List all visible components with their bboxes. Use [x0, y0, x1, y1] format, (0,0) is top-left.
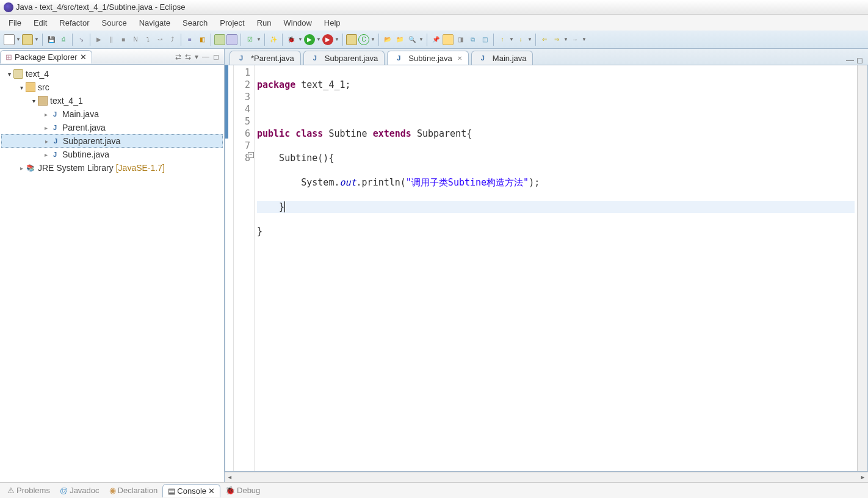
- tree-file-subtine[interactable]: Subtine.java: [1, 148, 223, 161]
- checkbox-icon[interactable]: ☑: [244, 34, 255, 45]
- pin-icon[interactable]: 📌: [430, 34, 441, 45]
- new-menu-icon[interactable]: [22, 34, 33, 45]
- menu-edit[interactable]: Edit: [27, 16, 53, 29]
- menu-window[interactable]: Window: [278, 16, 318, 29]
- new-icon[interactable]: [4, 34, 15, 45]
- editor-body[interactable]: 12345678 package text_4_1; public class …: [225, 65, 868, 472]
- declaration-tab[interactable]: ◉ Declaration: [104, 484, 163, 497]
- menu-file[interactable]: File: [2, 16, 27, 29]
- step-icon[interactable]: ⤵: [142, 34, 153, 45]
- ext-tools-icon[interactable]: ▶: [322, 34, 333, 45]
- menu-source[interactable]: Source: [96, 16, 133, 29]
- tree-package[interactable]: text_4_1: [1, 94, 223, 107]
- expand-icon[interactable]: [42, 111, 50, 118]
- toggle-icon[interactable]: ◧: [197, 34, 208, 45]
- link-icon[interactable]: ⇆: [185, 52, 191, 61]
- tree-jre[interactable]: 📚 JRE System Library [JavaSE-1.7]: [1, 161, 223, 175]
- menu-help[interactable]: Help: [318, 16, 347, 29]
- dropdown-icon[interactable]: ▼: [527, 37, 532, 42]
- console-tab[interactable]: ▤ Console ✕: [162, 484, 220, 497]
- dropdown-icon[interactable]: ▼: [256, 37, 261, 42]
- outline-icon[interactable]: ≡: [184, 34, 195, 45]
- minimize-icon[interactable]: ―: [202, 52, 209, 61]
- code-area[interactable]: package text_4_1; public class Subtine e…: [255, 65, 857, 471]
- javadoc-tab[interactable]: @ Javadoc: [55, 484, 104, 497]
- new-pkg-icon[interactable]: [346, 34, 357, 45]
- tree-file-subparent[interactable]: Subparent.java: [1, 134, 223, 148]
- dropdown-icon[interactable]: ▼: [563, 37, 568, 42]
- props-icon[interactable]: ◫: [479, 34, 490, 45]
- expand-icon[interactable]: [17, 165, 26, 171]
- editor-tab-subparent[interactable]: Subparent.java: [303, 51, 385, 65]
- dropdown-icon[interactable]: ▼: [582, 37, 587, 42]
- back-icon[interactable]: ⇐: [539, 34, 550, 45]
- resume-icon[interactable]: ▶: [93, 34, 104, 45]
- menu-project[interactable]: Project: [214, 16, 250, 29]
- close-icon[interactable]: ✕: [208, 486, 215, 496]
- menu-search[interactable]: Search: [176, 16, 214, 29]
- expand-icon[interactable]: [42, 125, 50, 131]
- dropdown-icon[interactable]: ▼: [16, 37, 21, 42]
- expand-icon[interactable]: [5, 71, 13, 78]
- step-over-icon[interactable]: ⤻: [154, 34, 165, 45]
- run-icon[interactable]: ▶: [304, 34, 315, 45]
- minimize-icon[interactable]: ―: [846, 56, 854, 65]
- skip-icon[interactable]: ↘: [76, 34, 87, 45]
- menu-run[interactable]: Run: [251, 16, 278, 29]
- collapse-icon[interactable]: ⇄: [175, 52, 181, 61]
- new-class-icon[interactable]: C: [358, 34, 369, 45]
- debug-icon[interactable]: 🐞: [286, 34, 297, 45]
- dropdown-icon[interactable]: ▼: [371, 37, 375, 42]
- fwd-icon[interactable]: ⇒: [551, 34, 562, 45]
- external-icon[interactable]: ⧉: [467, 34, 478, 45]
- tree-project[interactable]: text_4: [1, 67, 223, 81]
- close-icon[interactable]: ✕: [80, 52, 87, 62]
- maximize-icon[interactable]: ◻: [856, 56, 863, 65]
- dropdown-icon[interactable]: ▼: [419, 37, 424, 42]
- box-icon[interactable]: [214, 34, 225, 45]
- save-icon[interactable]: 💾: [46, 34, 57, 45]
- vertical-scrollbar[interactable]: [857, 65, 867, 471]
- problems-tab[interactable]: ⚠ Problems: [2, 484, 55, 497]
- terminate-icon[interactable]: ■: [118, 34, 129, 45]
- wand-icon[interactable]: ✨: [268, 34, 279, 45]
- debug-tab[interactable]: 🐞 Debug: [220, 484, 265, 497]
- maximize-icon[interactable]: ◻: [213, 52, 219, 61]
- fold-icon[interactable]: −: [248, 152, 254, 158]
- folder-icon[interactable]: 📁: [394, 34, 405, 45]
- tree-src[interactable]: src: [1, 81, 223, 94]
- tree-file-main[interactable]: Main.java: [1, 107, 223, 121]
- open-icon[interactable]: 📂: [382, 34, 393, 45]
- editor-tab-main[interactable]: Main.java: [471, 51, 533, 65]
- horizontal-scrollbar[interactable]: [225, 472, 868, 482]
- dropdown-icon[interactable]: ▼: [34, 37, 39, 42]
- tasks-icon[interactable]: [226, 34, 237, 45]
- editor-tab-parent[interactable]: *Parent.java: [230, 51, 301, 65]
- save-all-icon[interactable]: ⎙: [58, 34, 69, 45]
- dropdown-icon[interactable]: ▼: [509, 37, 514, 42]
- package-explorer-tab[interactable]: ⊞ Package Explorer ✕: [0, 50, 92, 63]
- close-icon[interactable]: ✕: [457, 55, 462, 62]
- goto-prev-icon[interactable]: ↑: [497, 34, 508, 45]
- disconnect-icon[interactable]: N: [130, 34, 141, 45]
- expand-icon[interactable]: [17, 84, 26, 91]
- highlight-icon[interactable]: ◨: [455, 34, 466, 45]
- dropdown-icon[interactable]: ▼: [316, 37, 321, 42]
- view-menu-icon[interactable]: ▾: [195, 52, 198, 61]
- expand-icon[interactable]: [42, 138, 51, 145]
- suspend-icon[interactable]: ||: [106, 34, 117, 45]
- step-return-icon[interactable]: ⤴: [167, 34, 178, 45]
- expand-icon[interactable]: [29, 98, 38, 104]
- expand-icon[interactable]: [42, 151, 50, 158]
- package-tree[interactable]: text_4 src text_4_1 Main.java: [0, 65, 224, 482]
- dropdown-icon[interactable]: ▼: [335, 37, 339, 42]
- search-icon[interactable]: 🔍: [407, 34, 418, 45]
- menu-refactor[interactable]: Refactor: [53, 16, 95, 29]
- mark-icon[interactable]: [443, 34, 454, 45]
- editor-tab-subtine[interactable]: Subtine.java ✕: [387, 51, 469, 65]
- menu-navigate[interactable]: Navigate: [133, 16, 176, 29]
- tree-file-parent[interactable]: Parent.java: [1, 121, 223, 134]
- goto-next-icon[interactable]: ↓: [515, 34, 526, 45]
- next-icon[interactable]: →: [570, 34, 580, 45]
- dropdown-icon[interactable]: ▼: [298, 37, 303, 42]
